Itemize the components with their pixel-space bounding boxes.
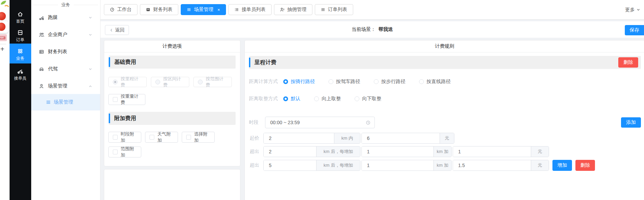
fee-field: 1.5元 bbox=[453, 160, 549, 171]
radio-label: 按步行路径 bbox=[381, 79, 405, 85]
save-button[interactable]: 保存 bbox=[625, 25, 644, 35]
tab-label: 场景管理 bbox=[194, 7, 213, 13]
tab-财务列表[interactable]: 财务列表 bbox=[140, 4, 178, 15]
submenu-item-场景管理[interactable]: 场景管理 bbox=[31, 78, 100, 95]
sidebar-subitem-scene-management-active[interactable]: 场景管理 bbox=[31, 94, 100, 110]
chevron-down-icon bbox=[88, 33, 93, 37]
tab-label: 接单员列表 bbox=[242, 7, 266, 13]
panel-title: 计费规则 bbox=[245, 40, 644, 52]
submenu-item-财务列表[interactable]: 财务列表 bbox=[31, 43, 100, 60]
fee-addon: km 后，每增加 bbox=[316, 160, 360, 170]
radio-按驾车路径[interactable]: 按驾车路径 bbox=[329, 79, 360, 85]
fee-addon: km 加 bbox=[433, 160, 451, 170]
back-button[interactable]: 返回 bbox=[105, 25, 129, 35]
more-label: 更多 bbox=[625, 7, 635, 13]
checkbox-option-天气附加[interactable]: 天气附加 bbox=[145, 132, 178, 143]
tab-场景管理[interactable]: 场景管理× bbox=[181, 4, 226, 15]
sidebar-item-接单员[interactable]: 接单员 bbox=[9, 66, 31, 81]
fee-fields: 2km 后，每增加1km 加1元 bbox=[263, 146, 549, 157]
empty-panel bbox=[104, 169, 240, 200]
close-icon[interactable]: × bbox=[217, 8, 220, 12]
radio-option-按区间计费: 按区间计费 bbox=[151, 77, 189, 87]
plus-icon[interactable]: + bbox=[0, 46, 4, 52]
submenu-item-跑腿[interactable]: 跑腿 bbox=[31, 9, 100, 26]
tab-接单员列表[interactable]: 接单员列表 bbox=[228, 4, 272, 15]
rider-icon bbox=[17, 68, 23, 74]
checkbox-option-按重量计费[interactable]: 按重量计费 bbox=[108, 94, 145, 105]
radio-icon bbox=[419, 79, 424, 84]
leaf-logo-icon[interactable] bbox=[0, 0, 9, 9]
checkbox-option-时段附加[interactable]: 时段附加 bbox=[108, 132, 141, 143]
tab-抽佣管理[interactable]: 抽佣管理 bbox=[274, 4, 312, 15]
radio-默认[interactable]: 默认 bbox=[283, 96, 300, 102]
more-menu[interactable]: 更多 bbox=[625, 0, 641, 20]
radio-向下取整[interactable]: 向下取整 bbox=[355, 96, 381, 102]
fee-row-3: 超出5km 后，每增加1km 加1.5元增加删除 bbox=[249, 160, 595, 171]
fee-value-input[interactable]: 1 bbox=[362, 160, 433, 170]
tab-label: 订单列表 bbox=[328, 7, 347, 13]
sidebar-item-订单[interactable]: 订单 bbox=[9, 27, 31, 43]
checkbox-option-选择附加[interactable]: 选择附加 bbox=[182, 132, 215, 143]
radio-按直线路径[interactable]: 按直线路径 bbox=[419, 79, 451, 85]
radio-option-按里程计费: 按里程计费 bbox=[108, 77, 147, 87]
main-area: 工作台财务列表场景管理×接单员列表抽佣管理订单列表 更多 返回 当前场景： 帮我… bbox=[100, 0, 644, 200]
tab-label: 抽佣管理 bbox=[287, 7, 307, 13]
add-fee-row-button[interactable]: 增加 bbox=[552, 160, 572, 171]
fee-row-2: 超出2km 后，每增加1km 加1元 bbox=[249, 146, 549, 157]
time-range-row: 时段 00:00 ~ 23:59 添加 bbox=[248, 117, 641, 128]
radio-label: 按骑行路径 bbox=[291, 79, 315, 85]
delete-fee-row-button[interactable]: 删除 bbox=[575, 160, 595, 171]
primary-sidebar: 首页订单业务接单员 bbox=[9, 0, 31, 200]
tab-工作台[interactable]: 工作台 bbox=[104, 4, 138, 15]
option-label: 天气附加 bbox=[157, 131, 174, 143]
add-time-button[interactable]: 添加 bbox=[621, 117, 641, 128]
radio-icon bbox=[198, 80, 203, 84]
option-label: 按区间计费 bbox=[163, 76, 185, 88]
panel-title: 计费选项 bbox=[104, 40, 240, 52]
radio-icon bbox=[314, 96, 319, 101]
fee-value-input[interactable]: 1 bbox=[453, 146, 531, 157]
fee-field: 6元 bbox=[361, 133, 454, 144]
red-badge-icon[interactable] bbox=[0, 12, 6, 20]
fee-fields: 5km 后，每增加1km 加1.5元 bbox=[263, 160, 549, 171]
toolbar: 返回 当前场景： 帮我送 保存 bbox=[100, 21, 644, 38]
sidebar-item-业务[interactable]: 业务 bbox=[9, 44, 31, 63]
fee-value-input[interactable]: 1.5 bbox=[453, 160, 531, 170]
fee-value-input[interactable]: 1 bbox=[362, 146, 433, 157]
fee-value-input[interactable]: 2 bbox=[264, 146, 316, 157]
checkbox-option-范围附加[interactable]: 范围附加 bbox=[108, 146, 141, 157]
delete-section-button[interactable]: 删除 bbox=[618, 57, 638, 68]
tab-订单列表[interactable]: 订单列表 bbox=[315, 4, 353, 15]
list-icon bbox=[187, 7, 191, 12]
dock-divider bbox=[0, 44, 6, 44]
chevron-down-icon bbox=[636, 8, 641, 12]
radio-按骑行路径[interactable]: 按骑行路径 bbox=[283, 79, 315, 85]
submenu-active-label: 场景管理 bbox=[54, 99, 73, 105]
fee-value-input[interactable]: 6 bbox=[362, 133, 440, 143]
divider bbox=[33, 5, 58, 5]
submenu-item-代驾[interactable]: 代驾 bbox=[31, 60, 100, 78]
fee-field: 2km 内 bbox=[263, 133, 360, 144]
users-icon bbox=[39, 32, 45, 37]
fee-addon: km 后，每增加 bbox=[316, 146, 360, 157]
section-基础费用: 基础费用 bbox=[109, 56, 236, 69]
radio-按步行路径[interactable]: 按步行路径 bbox=[374, 79, 405, 85]
checkbox-icon bbox=[113, 97, 118, 102]
scene-value: 帮我送 bbox=[379, 26, 393, 33]
fee-value-input[interactable]: 5 bbox=[264, 160, 316, 170]
pdf-icon[interactable]: PDF bbox=[0, 34, 7, 41]
time-range-input[interactable]: 00:00 ~ 23:59 bbox=[265, 117, 375, 128]
back-label: 返回 bbox=[115, 27, 125, 33]
person-icon bbox=[39, 83, 45, 89]
radio-向上取整[interactable]: 向上取整 bbox=[314, 96, 341, 102]
chevron-up-icon bbox=[88, 84, 93, 89]
sidebar-item-首页[interactable]: 首页 bbox=[9, 9, 31, 24]
radio-dot bbox=[114, 81, 116, 83]
options-group: 时段附加天气附加选择附加范围附加 bbox=[108, 132, 237, 157]
radio-icon bbox=[113, 80, 118, 84]
radio-label: 按直线路径 bbox=[427, 79, 451, 85]
fee-value-input[interactable]: 2 bbox=[264, 133, 334, 143]
option-label: 按里程计费 bbox=[121, 76, 142, 88]
card-icon bbox=[146, 7, 151, 12]
submenu-item-企业商户[interactable]: 企业商户 bbox=[31, 26, 100, 43]
